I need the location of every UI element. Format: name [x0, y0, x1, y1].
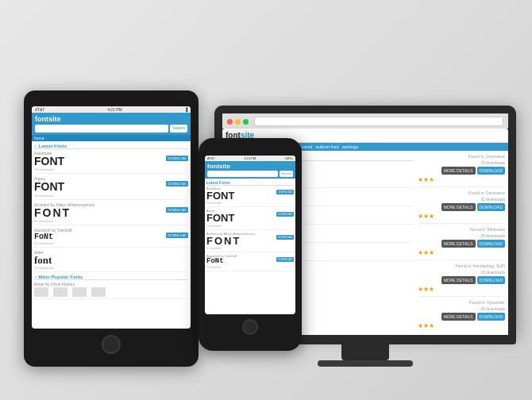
- tablet-dl-1[interactable]: DOWNLOAD: [166, 156, 188, 161]
- stars-5: ★★★: [418, 322, 505, 329]
- tablet-font-item-4: Appstock by TwinSoft FoNt DOWNLOAD 21 do…: [34, 228, 188, 248]
- phone-font-item-4: Appstock by TwinSoft FoNt DOWNLOAD 21 do…: [206, 254, 294, 271]
- more-details-btn-4[interactable]: MORE DETAILS: [441, 276, 476, 284]
- phone-time: 4:21 PM: [244, 156, 256, 160]
- tablet-nav-home[interactable]: home: [34, 136, 44, 140]
- phone-status-bar: AT&T 4:21 PM 100%: [205, 156, 295, 161]
- tablet-dl-3[interactable]: DOWNLOAD: [166, 207, 188, 213]
- download-btn-1[interactable]: DOWNLOAD: [477, 167, 505, 175]
- found-in-1: Found in: Decorative: [418, 154, 505, 159]
- phone-header: fontsite Search: [205, 161, 295, 179]
- tablet-font-item-2: Arjovy FONT DOWNLOAD 14 downloads: [34, 176, 188, 199]
- phone-font-item-1: Aaslebate FONT DOWNLOAD 78 downloads: [206, 187, 294, 207]
- tablet-font-preview-5: font: [34, 255, 188, 266]
- tablet-meta-1: 78 downloads: [34, 167, 188, 171]
- phone-logo: fontsite: [207, 163, 293, 170]
- tablet-dl-2[interactable]: DOWNLOAD: [166, 181, 188, 187]
- dl-count-4: 23 downloads: [418, 270, 505, 275]
- dl-count-2: 32 downloads: [418, 197, 505, 202]
- more-details-btn-1[interactable]: MORE DETAILS: [441, 167, 476, 175]
- tablet-carrier: AT&T: [35, 107, 44, 112]
- phone-font-item-2: Arjovy FONT DOWNLOAD 14 downloads: [206, 209, 294, 229]
- tablet-header: fontsite Search: [32, 113, 191, 135]
- tablet: AT&T 4:21 PM ▐ fontsite Search home: [24, 90, 199, 367]
- tablet-meta-5: 21 downloads: [34, 266, 188, 270]
- tablet-popular-section: :: Most Popular Fonts: [34, 275, 188, 280]
- tablet-font-item-3: Architect by Alleys Metamorphosis FONT D…: [34, 202, 188, 225]
- tablet-meta-3: 21 downloads: [34, 219, 188, 223]
- phone-meta-1: 78 downloads: [206, 202, 294, 205]
- tablet-status-bar: AT&T 4:21 PM ▐: [32, 106, 191, 113]
- stars-1: ★★★: [418, 176, 505, 183]
- tablet-font-item-5: Adler font 21 downloads: [34, 250, 188, 272]
- stars-3: ★★★: [418, 249, 505, 256]
- dl-count-3: 25 downloads: [418, 233, 505, 238]
- phone-section-title: Latest Fonts: [206, 180, 294, 186]
- phone-dl-1[interactable]: DOWNLOAD: [276, 190, 294, 194]
- stars-2: ★★★: [418, 213, 505, 220]
- tablet-section-title: :: Latest Fonts: [34, 144, 188, 149]
- fontsite-tablet: AT&T 4:21 PM ▐ fontsite Search home: [32, 106, 191, 329]
- tablet-search-btn[interactable]: Search: [170, 125, 187, 133]
- found-in-5: Found in: Typewriter: [418, 300, 505, 305]
- nav-settings[interactable]: settings: [342, 144, 359, 149]
- phone-font-item-3: Architect by Alleys Metamorphosis FONT D…: [206, 232, 294, 252]
- tablet-battery: ▐: [184, 107, 187, 112]
- phone-dl-3[interactable]: DOWNLOAD: [276, 235, 294, 240]
- browser-chrome: [222, 113, 508, 129]
- found-in-4: Found in: Handwriting, SciFi: [418, 263, 505, 268]
- phone-dl-2[interactable]: DOWNLOAD: [276, 212, 294, 217]
- phone-meta-4: 21 downloads: [206, 266, 294, 269]
- download-btn-4[interactable]: DOWNLOAD: [477, 276, 505, 284]
- browser-min-dot[interactable]: [235, 119, 241, 125]
- phone-meta-3: 21 downloads: [206, 247, 294, 250]
- more-details-btn-3[interactable]: MORE DETAILS: [441, 240, 476, 248]
- tablet-nav: home: [32, 135, 191, 141]
- download-btn-3[interactable]: DOWNLOAD: [477, 240, 505, 248]
- tablet-font-preview-3: FONT: [34, 207, 188, 219]
- tablet-content: :: Latest Fonts Aaslebate FONT DOWNLOAD …: [32, 141, 191, 304]
- tablet-font-preview-1: FONT: [34, 156, 188, 167]
- monitor-foot: [318, 360, 413, 367]
- browser-addressbar[interactable]: [254, 117, 503, 126]
- tablet-font-item-6: Belair by Olivia Martins: [34, 282, 188, 299]
- more-details-btn-5[interactable]: MORE DETAILS: [441, 313, 476, 321]
- download-btn-2[interactable]: DOWNLOAD: [477, 203, 505, 211]
- download-btn-5[interactable]: DOWNLOAD: [477, 313, 505, 321]
- dl-count-5: 29 downloads: [418, 306, 505, 311]
- tablet-font-preview-2: FONT: [34, 181, 188, 193]
- phone-search-btn[interactable]: Search: [279, 171, 293, 177]
- browser-max-dot[interactable]: [243, 119, 249, 125]
- found-in-2: Found in: Decorative: [418, 190, 505, 195]
- tablet-dl-4[interactable]: DOWNLOAD: [166, 233, 188, 238]
- tablet-home-button[interactable]: [102, 335, 121, 354]
- phone-battery: 100%: [285, 156, 293, 160]
- found-in-3: Found in: Minimalist: [418, 227, 505, 232]
- tablet-font-name-6: Belair by Olivia Martins: [34, 282, 188, 287]
- phone-search-input[interactable]: [207, 171, 278, 177]
- phone-content: Latest Fonts Aaslebate FONT DOWNLOAD 78 …: [205, 179, 295, 275]
- tablet-font-item-1: Aaslebate FONT DOWNLOAD 78 downloads: [34, 151, 188, 174]
- stars-4: ★★★: [418, 286, 505, 293]
- scene: fontsite home font categories browse top…: [8, 10, 524, 390]
- more-details-btn-2[interactable]: MORE DETAILS: [441, 203, 476, 211]
- tablet-frame: AT&T 4:21 PM ▐ fontsite Search home: [24, 90, 199, 367]
- fs-right-panel: Found in: Decorative 78 downloads MORE D…: [418, 154, 505, 335]
- tablet-time: 4:21 PM: [107, 107, 122, 112]
- phone-carrier: AT&T: [207, 156, 215, 160]
- dl-count-1: 78 downloads: [418, 160, 505, 165]
- nav-submit[interactable]: submit font: [315, 144, 338, 149]
- phone-home-button[interactable]: [242, 319, 258, 335]
- phone-search: Search: [207, 171, 293, 177]
- phone-screen: AT&T 4:21 PM 100% fontsite Search Latest…: [205, 156, 295, 314]
- phone-dl-4[interactable]: DOWNLOAD: [276, 257, 294, 262]
- phone-meta-2: 14 downloads: [206, 225, 294, 228]
- tablet-search-input[interactable]: [35, 125, 168, 133]
- browser-close-dot[interactable]: [227, 119, 233, 125]
- phone: AT&T 4:21 PM 100% fontsite Search Latest…: [199, 138, 302, 351]
- tablet-font-preview-4: FoNt: [34, 233, 188, 241]
- fontsite-phone: AT&T 4:21 PM 100% fontsite Search Latest…: [205, 156, 295, 314]
- tablet-meta-4: 21 downloads: [34, 241, 188, 245]
- tablet-logo: fontsite: [35, 115, 187, 123]
- monitor-stand: [341, 344, 389, 360]
